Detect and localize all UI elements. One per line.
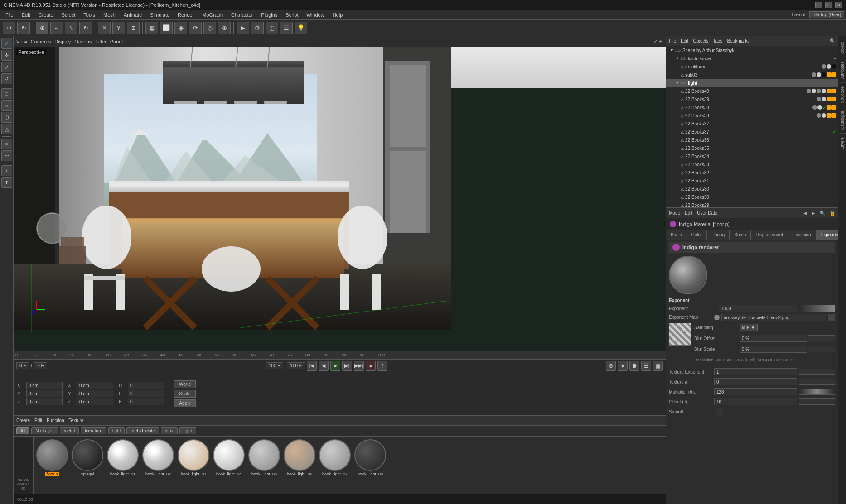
extrude-lt[interactable]: ⬆: [1, 177, 12, 188]
mat-item-book8[interactable]: book_light_08: [354, 439, 386, 476]
mat-menu-edit[interactable]: Edit: [34, 418, 42, 423]
mat-tag-orchid[interactable]: orchid white: [126, 427, 159, 434]
frame-t-input[interactable]: 0 F: [34, 362, 47, 369]
vt-view[interactable]: View: [16, 39, 27, 44]
ob-item-books38b[interactable]: △ 22 Books38: [666, 111, 838, 120]
vt-panel[interactable]: Panel: [110, 39, 123, 44]
box-lt[interactable]: □: [1, 88, 12, 99]
ob-item-reflektoren[interactable]: △ reflektoren: [666, 62, 838, 71]
close-button[interactable]: ✕: [835, 2, 842, 8]
mat-tag-nolayer[interactable]: No Layer: [31, 427, 58, 434]
menu-select[interactable]: Select: [58, 11, 79, 19]
sphere-lt[interactable]: ○: [1, 100, 12, 111]
view-mode-2[interactable]: ⬜: [160, 22, 173, 34]
menu-tools[interactable]: Tools: [80, 11, 99, 19]
tab-color[interactable]: Color: [686, 230, 707, 240]
menu-simulate[interactable]: Simulate: [146, 11, 173, 19]
menu-mesh[interactable]: Mesh: [100, 11, 119, 19]
mat-menu-texture[interactable]: Texture: [69, 418, 84, 423]
object-mode[interactable]: ✕: [98, 22, 111, 34]
attr-nav-left[interactable]: ◀: [803, 211, 807, 216]
menu-window[interactable]: Window: [303, 11, 328, 19]
ob-item-books39[interactable]: △ 22 Books39: [666, 95, 838, 103]
ob-item-books34[interactable]: △ 22 Books34: [666, 152, 838, 160]
edit-mode-Z[interactable]: Z: [127, 22, 140, 34]
menu-script[interactable]: Script: [282, 11, 302, 19]
exponent-map-toggle[interactable]: [714, 315, 720, 320]
rtab-structure[interactable]: Structure: [839, 82, 846, 107]
tab-displacement[interactable]: Displacement: [751, 230, 788, 240]
play-end[interactable]: ▶▶|: [354, 361, 364, 371]
auto-key[interactable]: ⏺: [629, 361, 639, 371]
mat-item-book5[interactable]: book_light_05: [248, 439, 280, 476]
rotate-lt[interactable]: ↺: [1, 73, 12, 84]
exponent-map-browse[interactable]: …: [828, 314, 835, 321]
tab-phong[interactable]: Phong: [707, 230, 730, 240]
move-lt[interactable]: ✛: [1, 50, 12, 61]
animate-btn[interactable]: ⊕: [606, 361, 616, 371]
maximize-button[interactable]: □: [825, 2, 832, 8]
scale-lt[interactable]: ⤢: [1, 62, 12, 72]
mat-tag-light1[interactable]: light: [108, 427, 125, 434]
coord-p-input[interactable]: [128, 390, 164, 397]
mat-item-floor-p[interactable]: floor p: [36, 439, 68, 476]
ob-item-books33[interactable]: △ 22 Books33: [666, 160, 838, 168]
apply-button[interactable]: Apply: [174, 399, 196, 407]
view-mode-5[interactable]: ◎: [203, 22, 216, 34]
coord-x-input[interactable]: [26, 382, 63, 389]
coord-rx-input[interactable]: [77, 382, 113, 389]
render-btn[interactable]: ▶: [237, 22, 249, 34]
tex-a-slider[interactable]: [799, 379, 835, 385]
stop-record[interactable]: ●: [366, 361, 376, 371]
play-next[interactable]: ▶|: [342, 361, 352, 371]
mat-item-spiegel[interactable]: spiegel: [72, 439, 103, 476]
mat-tag-light2[interactable]: light: [179, 427, 196, 434]
frame-start-input[interactable]: 0 F: [16, 362, 29, 369]
coord-ry-input[interactable]: [77, 390, 113, 397]
rtab-attributes[interactable]: Attributes: [839, 58, 846, 82]
view-mode-4[interactable]: ⟳: [189, 22, 202, 34]
render-settings[interactable]: ⚙: [251, 22, 264, 34]
rtab-layers[interactable]: Layers: [839, 133, 846, 153]
smooth-checkbox[interactable]: [716, 408, 723, 415]
view-mode-6[interactable]: ⊕: [218, 22, 231, 34]
render-region[interactable]: ◫: [266, 22, 278, 34]
attr-search[interactable]: 🔍: [820, 211, 825, 216]
timeline-mode[interactable]: ☰: [641, 361, 651, 371]
ob-menu-objects[interactable]: Objects: [693, 38, 708, 43]
tab-basic[interactable]: Basic: [666, 230, 686, 240]
rotate-tool[interactable]: ↻: [79, 22, 92, 34]
ob-item-sub02[interactable]: △ sub02: [666, 71, 838, 79]
exponent-slider[interactable]: [799, 305, 835, 312]
view-mode-1[interactable]: ▦: [145, 22, 158, 34]
tab-exponent[interactable]: Exponent: [816, 230, 838, 240]
timeline-fps-input[interactable]: 100 F: [287, 362, 305, 369]
view-mode-3[interactable]: ◉: [174, 22, 187, 34]
mat-tag-dark[interactable]: dark: [161, 427, 178, 434]
coord-h-input[interactable]: [128, 382, 164, 389]
ob-menu-edit[interactable]: Edit: [681, 38, 688, 43]
ob-item-books40[interactable]: △ 22 Books40: [666, 87, 838, 95]
vt-cameras[interactable]: Cameras: [31, 39, 51, 44]
menu-plugins[interactable]: Plugins: [257, 11, 281, 19]
rtab-object[interactable]: Object: [839, 38, 846, 58]
redo-button[interactable]: ↻: [17, 22, 30, 34]
coord-y-input[interactable]: [26, 390, 63, 397]
render-active[interactable]: ☰: [280, 22, 293, 34]
scale-button[interactable]: Scale: [174, 390, 196, 398]
mat-tag-metal[interactable]: metal: [60, 427, 79, 434]
ob-item-books35[interactable]: △ 22 Books35: [666, 144, 838, 152]
blur-offset-slider[interactable]: [808, 335, 835, 341]
mat-tag-all[interactable]: All: [16, 427, 29, 434]
layout-selector[interactable]: Startup (User): [809, 11, 844, 18]
ob-item-books29[interactable]: △ 22 Books29: [666, 201, 838, 207]
rtab-catalogue[interactable]: Catalogue: [839, 107, 846, 133]
key-btn[interactable]: ♦: [618, 361, 628, 371]
scale-tool[interactable]: ⤡: [65, 22, 77, 34]
select-lt[interactable]: ↗: [1, 38, 12, 49]
menu-file[interactable]: File: [2, 11, 17, 19]
menu-create[interactable]: Create: [35, 11, 57, 19]
mat-item-book4[interactable]: book_light_04: [213, 439, 245, 476]
mat-menu-function[interactable]: Function: [47, 418, 64, 423]
sampling-dropdown[interactable]: MIP ▼: [740, 324, 758, 331]
